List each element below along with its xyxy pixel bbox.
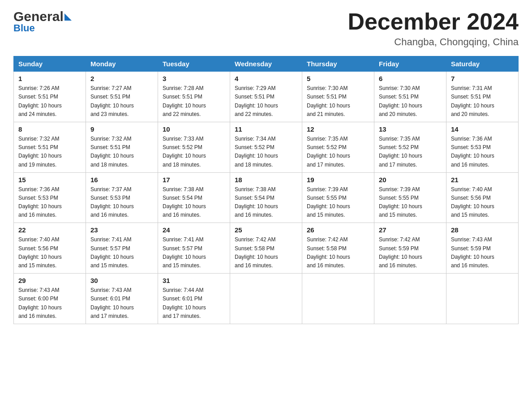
day-info: Sunrise: 7:42 AMSunset: 5:58 PMDaylight:…: [307, 235, 369, 270]
calendar-cell: 4Sunrise: 7:29 AMSunset: 5:51 PMDaylight…: [230, 72, 302, 122]
calendar-cell: 10Sunrise: 7:33 AMSunset: 5:52 PMDayligh…: [158, 122, 230, 172]
header-day-wednesday: Wednesday: [230, 56, 302, 72]
week-row-2: 8Sunrise: 7:32 AMSunset: 5:51 PMDaylight…: [14, 122, 519, 172]
calendar-cell: 11Sunrise: 7:34 AMSunset: 5:52 PMDayligh…: [230, 122, 302, 172]
day-info: Sunrise: 7:32 AMSunset: 5:51 PMDaylight:…: [90, 135, 153, 169]
calendar-cell: 29Sunrise: 7:43 AMSunset: 6:00 PMDayligh…: [14, 274, 86, 324]
day-number: 11: [235, 125, 297, 133]
day-number: 21: [451, 176, 514, 184]
header-row: SundayMondayTuesdayWednesdayThursdayFrid…: [14, 56, 519, 72]
day-number: 31: [163, 277, 225, 284]
calendar-cell: 1Sunrise: 7:26 AMSunset: 5:51 PMDaylight…: [14, 72, 86, 122]
calendar-cell: 20Sunrise: 7:39 AMSunset: 5:55 PMDayligh…: [374, 172, 446, 223]
day-number: 29: [18, 277, 81, 284]
calendar-title: December 2024: [348, 9, 519, 34]
day-number: 3: [163, 75, 225, 82]
calendar-cell: 3Sunrise: 7:28 AMSunset: 5:51 PMDaylight…: [158, 72, 230, 122]
week-row-5: 29Sunrise: 7:43 AMSunset: 6:00 PMDayligh…: [14, 274, 519, 324]
calendar-cell: 5Sunrise: 7:30 AMSunset: 5:51 PMDaylight…: [302, 72, 374, 122]
day-info: Sunrise: 7:41 AMSunset: 5:57 PMDaylight:…: [163, 235, 225, 270]
day-info: Sunrise: 7:40 AMSunset: 5:56 PMDaylight:…: [451, 185, 514, 220]
day-number: 1: [18, 75, 81, 82]
day-info: Sunrise: 7:27 AMSunset: 5:51 PMDaylight:…: [90, 84, 153, 119]
day-info: Sunrise: 7:43 AMSunset: 6:01 PMDaylight:…: [90, 286, 153, 321]
week-row-4: 22Sunrise: 7:40 AMSunset: 5:56 PMDayligh…: [14, 223, 519, 274]
calendar-cell: [302, 274, 374, 324]
header-day-monday: Monday: [86, 56, 158, 72]
day-number: 27: [379, 226, 442, 234]
calendar-cell: 31Sunrise: 7:44 AMSunset: 6:01 PMDayligh…: [158, 274, 230, 324]
calendar-cell: 21Sunrise: 7:40 AMSunset: 5:56 PMDayligh…: [446, 172, 519, 223]
week-row-1: 1Sunrise: 7:26 AMSunset: 5:51 PMDaylight…: [14, 72, 519, 122]
day-info: Sunrise: 7:39 AMSunset: 5:55 PMDaylight:…: [379, 185, 442, 220]
calendar-cell: [230, 274, 302, 324]
day-info: Sunrise: 7:43 AMSunset: 5:59 PMDaylight:…: [451, 235, 514, 270]
day-number: 25: [235, 226, 297, 234]
day-number: 15: [18, 176, 81, 184]
day-info: Sunrise: 7:28 AMSunset: 5:51 PMDaylight:…: [163, 84, 225, 119]
day-info: Sunrise: 7:31 AMSunset: 5:51 PMDaylight:…: [451, 84, 514, 119]
calendar-cell: 13Sunrise: 7:35 AMSunset: 5:52 PMDayligh…: [374, 122, 446, 172]
calendar-cell: 24Sunrise: 7:41 AMSunset: 5:57 PMDayligh…: [158, 223, 230, 274]
day-number: 8: [18, 125, 81, 133]
day-number: 24: [163, 226, 225, 234]
title-block: December 2024 Changba, Chongqing, China: [348, 9, 519, 48]
day-info: Sunrise: 7:32 AMSunset: 5:51 PMDaylight:…: [18, 135, 81, 169]
day-info: Sunrise: 7:30 AMSunset: 5:51 PMDaylight:…: [379, 84, 442, 119]
page-header: General Blue December 2024 Changba, Chon…: [13, 9, 519, 48]
calendar-table: SundayMondayTuesdayWednesdayThursdayFrid…: [13, 56, 519, 324]
calendar-cell: 9Sunrise: 7:32 AMSunset: 5:51 PMDaylight…: [86, 122, 158, 172]
logo-arrow-icon: [64, 13, 72, 21]
day-number: 12: [307, 125, 369, 133]
calendar-cell: [446, 274, 519, 324]
calendar-cell: 17Sunrise: 7:38 AMSunset: 5:54 PMDayligh…: [158, 172, 230, 223]
week-row-3: 15Sunrise: 7:36 AMSunset: 5:53 PMDayligh…: [14, 172, 519, 223]
day-info: Sunrise: 7:38 AMSunset: 5:54 PMDaylight:…: [163, 185, 225, 220]
calendar-cell: 12Sunrise: 7:35 AMSunset: 5:52 PMDayligh…: [302, 122, 374, 172]
calendar-cell: 6Sunrise: 7:30 AMSunset: 5:51 PMDaylight…: [374, 72, 446, 122]
calendar-header: SundayMondayTuesdayWednesdayThursdayFrid…: [14, 56, 519, 72]
header-day-thursday: Thursday: [302, 56, 374, 72]
day-info: Sunrise: 7:36 AMSunset: 5:53 PMDaylight:…: [18, 185, 81, 220]
logo-blue-text: Blue: [13, 22, 35, 34]
header-day-saturday: Saturday: [446, 56, 519, 72]
day-number: 22: [18, 226, 81, 234]
day-number: 20: [379, 176, 442, 184]
day-info: Sunrise: 7:26 AMSunset: 5:51 PMDaylight:…: [18, 84, 81, 119]
day-info: Sunrise: 7:36 AMSunset: 5:53 PMDaylight:…: [451, 135, 514, 169]
day-number: 26: [307, 226, 369, 234]
header-day-friday: Friday: [374, 56, 446, 72]
day-number: 10: [163, 125, 225, 133]
day-number: 7: [451, 75, 514, 82]
calendar-cell: 15Sunrise: 7:36 AMSunset: 5:53 PMDayligh…: [14, 172, 86, 223]
day-info: Sunrise: 7:37 AMSunset: 5:53 PMDaylight:…: [90, 185, 153, 220]
day-number: 2: [90, 75, 153, 82]
logo: General Blue: [13, 9, 72, 34]
day-number: 14: [451, 125, 514, 133]
day-info: Sunrise: 7:39 AMSunset: 5:55 PMDaylight:…: [307, 185, 369, 220]
day-number: 23: [90, 226, 153, 234]
day-number: 6: [379, 75, 442, 82]
day-info: Sunrise: 7:42 AMSunset: 5:59 PMDaylight:…: [379, 235, 442, 270]
calendar-cell: 8Sunrise: 7:32 AMSunset: 5:51 PMDaylight…: [14, 122, 86, 172]
calendar-cell: [374, 274, 446, 324]
calendar-cell: 23Sunrise: 7:41 AMSunset: 5:57 PMDayligh…: [86, 223, 158, 274]
header-day-tuesday: Tuesday: [158, 56, 230, 72]
day-info: Sunrise: 7:38 AMSunset: 5:54 PMDaylight:…: [235, 185, 297, 220]
calendar-body: 1Sunrise: 7:26 AMSunset: 5:51 PMDaylight…: [14, 72, 519, 324]
day-info: Sunrise: 7:43 AMSunset: 6:00 PMDaylight:…: [18, 286, 81, 321]
calendar-cell: 18Sunrise: 7:38 AMSunset: 5:54 PMDayligh…: [230, 172, 302, 223]
day-number: 4: [235, 75, 297, 82]
day-info: Sunrise: 7:33 AMSunset: 5:52 PMDaylight:…: [163, 135, 225, 169]
logo-general-text: General: [13, 9, 64, 24]
day-number: 16: [90, 176, 153, 184]
day-number: 28: [451, 226, 514, 234]
calendar-cell: 2Sunrise: 7:27 AMSunset: 5:51 PMDaylight…: [86, 72, 158, 122]
day-info: Sunrise: 7:40 AMSunset: 5:56 PMDaylight:…: [18, 235, 81, 270]
day-number: 18: [235, 176, 297, 184]
calendar-cell: 7Sunrise: 7:31 AMSunset: 5:51 PMDaylight…: [446, 72, 519, 122]
calendar-cell: 26Sunrise: 7:42 AMSunset: 5:58 PMDayligh…: [302, 223, 374, 274]
calendar-cell: 25Sunrise: 7:42 AMSunset: 5:58 PMDayligh…: [230, 223, 302, 274]
day-info: Sunrise: 7:41 AMSunset: 5:57 PMDaylight:…: [90, 235, 153, 270]
day-info: Sunrise: 7:35 AMSunset: 5:52 PMDaylight:…: [379, 135, 442, 169]
